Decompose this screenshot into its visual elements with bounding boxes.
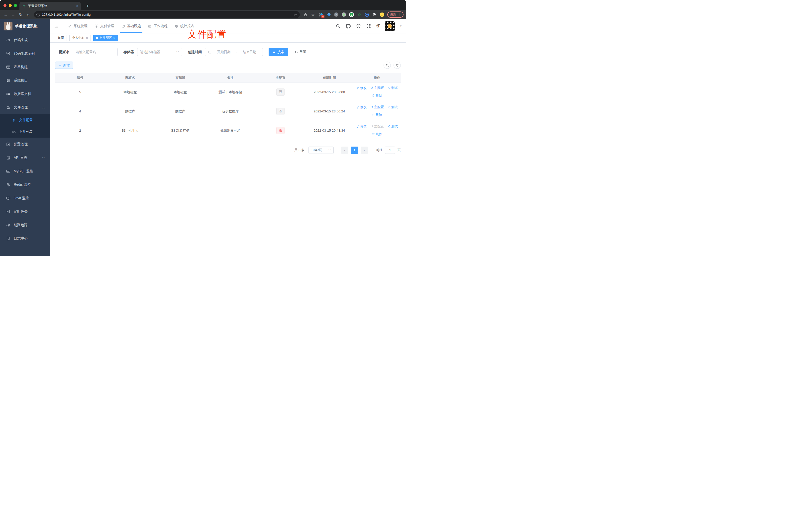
sidebar-item-java-monitor[interactable]: Java 监控 [0, 191, 50, 205]
end-date-placeholder[interactable]: 结束日期 [239, 50, 260, 54]
reset-button[interactable]: 重置 [291, 48, 310, 56]
forward-button[interactable]: → [10, 11, 17, 18]
delete-link[interactable]: 删除 [372, 92, 382, 99]
storage-select[interactable]: 请选择存储器 ﹀ [137, 48, 182, 56]
site-info-icon[interactable]: i [36, 13, 40, 17]
shield-check-icon [6, 51, 10, 56]
page-size-select[interactable]: 10条/页 ﹀ [309, 147, 334, 154]
close-window-button[interactable] [3, 4, 6, 7]
tagview-profile[interactable]: 个人中心 × [69, 35, 91, 41]
browser-update-button[interactable]: 更新 ⋮ [387, 11, 404, 18]
prev-page-button[interactable]: ‹ [341, 147, 348, 154]
sidebar-item-trace[interactable]: 链路追踪 [0, 218, 50, 232]
github-icon[interactable] [346, 24, 351, 29]
font-size-icon[interactable]: tT [376, 24, 380, 28]
browser-menu-icon[interactable]: ⋮ [398, 13, 401, 17]
start-date-placeholder[interactable]: 开始日期 [213, 50, 234, 54]
extension-y-icon[interactable]: y [349, 12, 354, 17]
header-tools: tT ▾ [336, 21, 402, 31]
extension-gem-icon[interactable] [326, 12, 331, 17]
user-menu-caret-icon[interactable]: ▾ [400, 24, 402, 28]
tagview-file-config[interactable]: 文件配置 × [93, 35, 118, 41]
browser-toolbar: ← → ↻ ⌂ i 127.0.0.1:1024/infra/file/file… [0, 10, 406, 19]
edit-link[interactable]: 修改 [356, 123, 367, 130]
sidebar-item-db-doc[interactable]: 数据库文档 [0, 87, 50, 101]
sidebar-item-form-builder[interactable]: 表单构建 [0, 60, 50, 74]
search-icon[interactable] [336, 24, 340, 29]
page-1-button[interactable]: 1 [351, 147, 358, 154]
collapse-sidebar-icon[interactable] [52, 23, 60, 30]
new-tab-button[interactable]: + [84, 3, 91, 9]
bookmark-star-icon[interactable]: ☆ [310, 11, 316, 18]
password-key-icon[interactable] [293, 13, 297, 17]
extension-eye-icon[interactable] [365, 13, 369, 17]
sidebar-item-log-center[interactable]: 日志中心 [0, 232, 50, 245]
master-config-link[interactable]: 主配置 [370, 104, 384, 111]
sidebar-item-cron-jobs[interactable]: 定时任务 [0, 205, 50, 218]
extension-star-icon[interactable]: ☆ [357, 12, 361, 17]
back-button[interactable]: ← [2, 11, 9, 18]
config-name-field[interactable] [73, 48, 118, 56]
window-controls[interactable] [3, 4, 17, 7]
sidebar-item-redis-monitor[interactable]: Redis 监控 [0, 178, 50, 191]
sidebar-item-code-demo[interactable]: 代码生成示例 [0, 47, 50, 60]
topnav-infrastructure[interactable]: 基础设施 [118, 19, 144, 33]
zoom-window-button[interactable] [14, 4, 17, 7]
delete-link[interactable]: 删除 [372, 112, 382, 118]
extensions-puzzle-icon[interactable] [372, 12, 377, 17]
extension-dot-icon[interactable] [342, 12, 346, 17]
date-range-picker[interactable]: 开始日期 - 结束日期 [205, 48, 263, 56]
refresh-table-button[interactable] [394, 62, 401, 69]
minimize-window-button[interactable] [9, 4, 12, 7]
sidebar-item-code-gen[interactable]: 代码生成 [0, 33, 50, 47]
sidebar-item-file-management[interactable]: 文件管理 ︿ [0, 101, 50, 114]
browser-tab[interactable]: 芋道管理系统 × [20, 2, 81, 10]
help-icon[interactable] [356, 24, 361, 29]
config-name-input[interactable] [76, 50, 115, 54]
sidebar-item-mysql-monitor[interactable]: MySQL 监控 [0, 164, 50, 178]
tab-close-icon[interactable]: × [76, 4, 78, 8]
address-bar[interactable]: i 127.0.0.1:1024/infra/file/file-config [34, 11, 300, 18]
edit-link[interactable]: 修改 [356, 104, 367, 111]
fullscreen-icon[interactable] [366, 24, 371, 29]
cell-storage: 数据库 [155, 102, 205, 121]
url-text[interactable]: 127.0.0.1:1024/infra/file/file-config [42, 13, 291, 17]
sidebar-item-file-list[interactable]: 文件列表 [0, 126, 50, 138]
extension-command-icon[interactable]: ⌘ [334, 12, 339, 17]
close-icon[interactable]: × [86, 36, 88, 40]
test-link[interactable]: 测试 [387, 123, 398, 130]
master-config-link[interactable]: 主配置 [370, 85, 384, 91]
magnet-icon [370, 106, 373, 109]
schedule-icon [6, 209, 10, 214]
cloud-upload-icon [11, 130, 16, 134]
close-icon[interactable]: × [113, 36, 115, 40]
delete-link[interactable]: 删除 [372, 131, 382, 137]
edit-link[interactable]: 修改 [356, 85, 367, 91]
topnav-workflow[interactable]: 工作流程 [144, 19, 171, 33]
home-button[interactable]: ⌂ [25, 11, 31, 18]
test-link[interactable]: 测试 [387, 85, 398, 91]
topnav-payment-management[interactable]: 支付管理 [91, 19, 118, 33]
tagview-home[interactable]: 首页 [55, 35, 67, 41]
topnav-system-management[interactable]: 系统管理 [64, 19, 91, 33]
sidebar-item-config-management[interactable]: 配置管理 [0, 138, 50, 151]
sidebar-item-file-config[interactable]: 文件配置 [0, 114, 50, 126]
show-search-button[interactable] [383, 62, 391, 69]
extension-emoji-icon[interactable] [380, 12, 384, 17]
next-page-button[interactable]: › [360, 147, 368, 154]
chart-line-icon [6, 169, 10, 174]
user-avatar[interactable] [385, 21, 395, 31]
add-button[interactable]: 新增 [55, 62, 73, 69]
search-button[interactable]: 搜索 [269, 48, 288, 56]
share-icon[interactable] [302, 11, 309, 18]
search-form: 配置名 存储器 请选择存储器 ﹀ 创建时间 开始日期 - 结束日期 [59, 48, 401, 56]
sidebar-item-system-api[interactable]: 系统接口 [0, 74, 50, 87]
test-link[interactable]: 测试 [387, 104, 398, 111]
table-toolbar: 新增 [55, 62, 401, 69]
jump-page-input[interactable] [385, 147, 395, 154]
sidebar-item-api-log[interactable]: API 日志 ﹀ [0, 151, 50, 164]
sidebar-logo[interactable]: 芋道管理系统 [0, 19, 50, 33]
reload-button[interactable]: ↻ [18, 11, 24, 18]
calendar-icon [208, 50, 211, 54]
extension-wallet-icon[interactable]: 11 [319, 12, 323, 17]
